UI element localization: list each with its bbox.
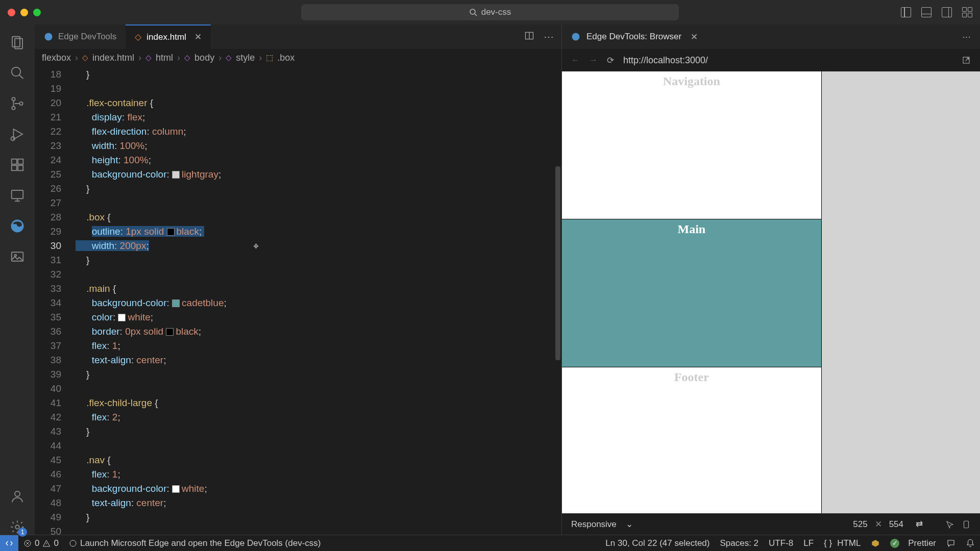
maximize-window[interactable] <box>33 9 41 16</box>
accounts-icon[interactable] <box>10 489 25 504</box>
crumb-body[interactable]: body <box>194 53 214 63</box>
close-tab-icon[interactable]: ✕ <box>194 32 202 42</box>
page-main-box: Main <box>562 219 821 367</box>
svg-point-22 <box>45 33 53 41</box>
feedback-icon[interactable] <box>941 539 961 548</box>
indentation[interactable]: Spaces: 2 <box>715 538 764 548</box>
responsive-selector[interactable]: Responsive <box>571 519 617 530</box>
viewport-height[interactable]: 554 <box>889 519 903 530</box>
eol[interactable]: LF <box>798 538 819 548</box>
settings-gear-icon[interactable]: 1 <box>10 519 25 535</box>
toggle-secondary-sidebar-icon[interactable] <box>942 7 952 17</box>
svg-point-6 <box>12 97 15 101</box>
crumb-html[interactable]: html <box>156 53 173 63</box>
chevron-down-icon[interactable]: ⌄ <box>626 519 633 530</box>
toggle-panel-icon[interactable] <box>921 7 932 17</box>
address-bar[interactable]: http://localhost:3000/ <box>623 55 708 66</box>
devtools-icon <box>44 32 53 41</box>
browser-reload-icon[interactable]: ⟳ <box>607 55 614 66</box>
svg-point-20 <box>15 491 20 496</box>
devtools-inspect-icon[interactable] <box>945 520 954 529</box>
line-numbers: 1819202122232425262728293031323334353637… <box>35 66 76 535</box>
svg-point-0 <box>470 9 475 14</box>
problems-indicator[interactable]: 0 0 <box>18 538 64 548</box>
scrollbar-thumb[interactable] <box>555 166 560 360</box>
cursor-position[interactable]: Ln 30, Col 22 (47 selected) <box>600 538 715 548</box>
devtools-tab[interactable]: Edge DevTools: Browser ✕ ⋯ <box>562 24 980 49</box>
close-devtools-tab-icon[interactable]: ✕ <box>691 32 698 42</box>
tab-label: Edge DevTools <box>58 32 116 42</box>
html-file-icon: ◇ <box>135 32 141 42</box>
edge-icon <box>571 32 580 41</box>
breadcrumb[interactable]: flexbox› ◇index.html› ◇html› ◇body› ◇sty… <box>35 49 561 66</box>
settings-badge: 1 <box>18 528 27 537</box>
crumb-folder[interactable]: flexbox <box>42 53 71 63</box>
svg-point-8 <box>19 102 22 105</box>
remote-indicator[interactable] <box>0 535 18 551</box>
code-content[interactable]: } .flex-container { display: flex; flex-… <box>76 66 561 535</box>
remote-explorer-icon[interactable] <box>10 188 25 203</box>
scrollbar[interactable] <box>554 66 561 535</box>
devtools-tab-label: Edge DevTools: Browser <box>586 32 681 42</box>
svg-rect-11 <box>12 159 17 164</box>
page-footer-box: Footer <box>562 367 821 513</box>
image-icon[interactable] <box>10 249 25 264</box>
svg-line-5 <box>19 75 23 79</box>
extensions-icon[interactable] <box>10 157 25 172</box>
tab-edge-devtools[interactable]: Edge DevTools <box>35 24 126 49</box>
devtools-statusbar: Responsive ⌄ 525 ✕ 554 ⇄ <box>562 513 980 535</box>
devtools-device-icon[interactable] <box>962 520 971 529</box>
svg-point-32 <box>70 540 76 546</box>
crumb-style[interactable]: style <box>236 53 255 63</box>
svg-rect-13 <box>12 165 17 170</box>
browser-back-icon[interactable]: ← <box>571 55 580 65</box>
source-control-icon[interactable] <box>10 96 25 111</box>
split-editor-icon[interactable] <box>524 31 534 41</box>
editor-tabs: Edge DevTools ◇ index.html ✕ ⋯ <box>35 24 561 49</box>
eslint-icon[interactable] <box>866 539 885 548</box>
code-editor[interactable]: 1819202122232425262728293031323334353637… <box>35 66 561 535</box>
devtools-more-icon[interactable]: ⋯ <box>962 32 971 42</box>
svg-point-4 <box>12 67 21 77</box>
edge-devtools-icon[interactable] <box>10 218 25 234</box>
svg-point-25 <box>572 33 580 41</box>
browser-forward-icon[interactable]: → <box>589 55 598 65</box>
search-icon <box>469 8 477 16</box>
activity-bar: 1 <box>0 24 35 535</box>
dimension-separator: ✕ <box>875 519 882 530</box>
language-mode[interactable]: { }HTML <box>819 538 866 548</box>
crumb-file[interactable]: index.html <box>92 53 134 63</box>
run-debug-icon[interactable] <box>10 127 25 142</box>
svg-rect-12 <box>18 159 23 164</box>
svg-point-21 <box>15 525 19 529</box>
explorer-icon[interactable] <box>10 35 25 50</box>
notifications-icon[interactable] <box>961 539 980 548</box>
svg-line-1 <box>475 14 477 16</box>
encoding[interactable]: UTF-8 <box>764 538 798 548</box>
customize-layout-icon[interactable] <box>962 7 972 17</box>
devtools-toolbar: ← → ⟳ http://localhost:3000/ <box>562 49 980 71</box>
more-actions-icon[interactable]: ⋯ <box>544 31 554 43</box>
svg-marker-33 <box>872 540 879 547</box>
traffic-lights[interactable] <box>8 9 41 16</box>
workspace-name: dev-css <box>481 7 511 17</box>
tab-index-html[interactable]: ◇ index.html ✕ <box>126 24 210 49</box>
browser-viewport[interactable]: Navigation Main Footer <box>562 71 980 513</box>
page-nav-box: Navigation <box>562 71 821 219</box>
minimize-window[interactable] <box>20 9 28 16</box>
prettier-status[interactable]: ✓ Prettier <box>885 538 941 548</box>
svg-rect-15 <box>12 190 23 198</box>
crumb-box[interactable]: .box <box>277 53 295 63</box>
launch-message[interactable]: Launch Microsoft Edge and open the Edge … <box>64 538 326 548</box>
tab-label: index.html <box>146 32 186 42</box>
close-window[interactable] <box>8 9 15 16</box>
devtools-browser-panel: Edge DevTools: Browser ✕ ⋯ ← → ⟳ http://… <box>561 24 980 535</box>
svg-rect-27 <box>964 521 969 528</box>
rotate-icon[interactable]: ⇄ <box>916 519 923 530</box>
open-external-icon[interactable] <box>962 56 971 65</box>
command-center[interactable]: dev-css <box>301 4 679 20</box>
svg-point-7 <box>12 107 15 110</box>
viewport-width[interactable]: 525 <box>853 519 867 530</box>
search-icon[interactable] <box>10 65 25 81</box>
toggle-primary-sidebar-icon[interactable] <box>901 7 911 17</box>
